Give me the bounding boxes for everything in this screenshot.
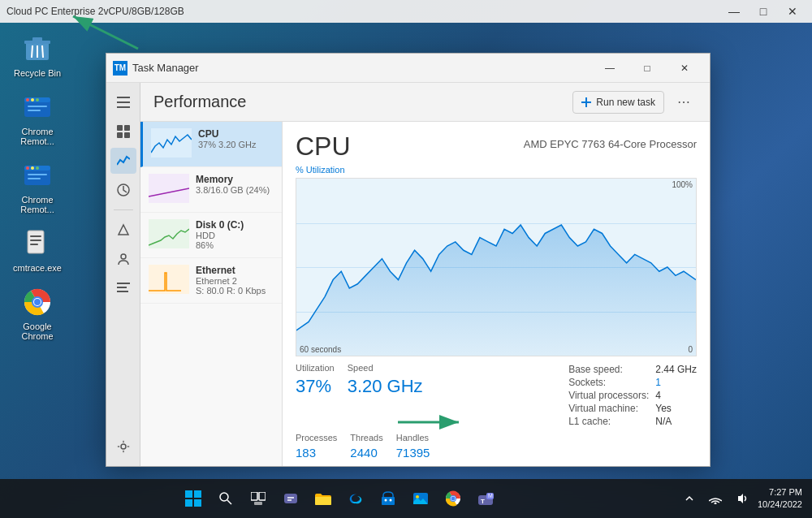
chevron-up-icon [685,494,693,503]
svg-rect-13 [28,106,47,107]
desktop-icon-chrome2[interactable]: Chrome Remot... [8,156,67,218]
folder-icon [315,492,331,505]
desktop-icon-chrome1[interactable]: Chrome Remot... [8,88,67,149]
chrome-remote1-label: Chrome Remot... [11,127,63,146]
desktop-icon-chrome[interactable]: Google Chrome [8,283,67,344]
show-hidden-icons[interactable] [680,489,699,508]
run-new-task-btn[interactable]: Run new task [572,91,664,114]
sidebar-icon-apphistory[interactable] [110,177,136,203]
tm-title-text: Task Manager [132,62,199,74]
edge-button[interactable] [341,484,370,513]
svg-rect-40 [117,283,130,284]
sidebar-icon-users[interactable] [110,246,136,272]
chrome-remote2-label: Chrome Remot... [11,195,63,214]
resource-list: CPU 37% 3.20 GHz Memory [140,122,283,466]
outer-window-controls: — □ ✕ [721,3,806,19]
base-speed-value: 2.44 GHz [655,363,697,376]
recycle-bin-icon [21,32,54,65]
photos-button[interactable] [406,484,435,513]
outer-close-btn[interactable]: ✕ [780,3,806,19]
resource-item-disk[interactable]: Disk 0 (C:) HDD 86% [140,213,282,258]
vm-value: Yes [655,402,697,415]
processes-label: Processes [296,433,337,442]
desktop-icons-container: Recycle Bin Chrome Remot... [8,29,67,344]
cpu-resource-sub: 37% 3.20 GHz [198,140,274,149]
vm-row: Virtual machine: Yes [568,402,697,415]
cpu-detail-panel: CPU AMD EPYC 7763 64-Core Processor % Ut… [283,122,710,466]
sidebar-icon-settings[interactable] [110,434,136,460]
chat-button[interactable] [276,484,305,513]
network-icon-btn[interactable] [706,489,725,508]
tm-close-btn[interactable]: ✕ [666,54,703,83]
svg-point-17 [26,166,29,170]
tm-maximize-btn[interactable]: □ [628,54,666,83]
grid-line-50 [296,267,696,268]
svg-point-73 [714,503,716,505]
volume-icon-btn[interactable] [732,489,751,508]
svg-rect-4 [32,37,42,41]
svg-rect-45 [585,97,587,107]
tm-window-controls: — □ ✕ [591,54,703,83]
system-clock[interactable]: 7:27 PM 10/24/2022 [758,486,802,512]
speed-stat-value: 3.20 GHz [348,376,423,397]
chrome-taskbar-button[interactable] [438,484,468,513]
outer-title-bar: Cloud PC Enterprise 2vCPU/8GB/128GB — □ … [0,0,812,23]
chrome-taskbar-icon [445,490,461,507]
sidebar-icon-processes[interactable] [110,119,136,145]
disk-mini-chart [149,219,189,248]
svg-rect-57 [254,502,262,505]
svg-point-68 [451,497,456,501]
header-actions: Run new task ⋯ [572,91,697,114]
disk-resource-line2: 86% [196,240,274,250]
search-button[interactable] [211,484,240,513]
disk-resource-name: Disk 0 (C:) [196,219,274,231]
cpu-detail-title: CPU [296,132,351,162]
volume-icon [735,493,748,504]
outer-maximize-btn[interactable]: □ [750,3,776,19]
sidebar-icon-startup[interactable] [110,217,136,243]
photos-icon [412,490,429,507]
taskview-button[interactable] [244,484,273,513]
more-options-btn[interactable]: ⋯ [671,91,697,113]
threads-value: 2440 [350,446,382,460]
tm-minimize-btn[interactable]: — [591,54,628,83]
svg-marker-46 [296,225,696,356]
utilization-stat-value: 37% [296,376,335,397]
tm-sidebar [106,83,140,466]
start-button[interactable] [179,484,208,513]
svg-rect-35 [124,125,130,131]
sidebar-icon-details[interactable] [110,275,136,301]
svg-rect-58 [284,494,297,503]
sidebar-icon-menu[interactable] [110,89,136,115]
resource-item-ethernet[interactable]: Ethernet Ethernet 2 S: 80.0 R: 0 Kbps [140,258,282,304]
resource-item-cpu[interactable]: CPU 37% 3.20 GHz [140,122,282,167]
vm-label: Virtual machine: [568,402,655,415]
resource-item-memory[interactable]: Memory 3.8/16.0 GB (24%) [140,167,282,213]
svg-line-54 [227,500,231,504]
desktop-icon-cmtrace[interactable]: cmtrace.exe [8,224,67,276]
chart-label-100: 100% [672,180,693,189]
cpu-processor-name: AMD EPYC 7763 64-Core Processor [524,138,697,150]
cpu-resource-name: CPU [198,128,274,140]
vp-row: Virtual processors: 4 [568,389,697,402]
explorer-button[interactable] [309,484,338,513]
performance-title: Performance [153,93,572,111]
sidebar-icon-performance[interactable] [110,148,136,174]
run-task-icon [581,97,591,107]
utilization-stat-label: Utilization [296,363,335,373]
store-button[interactable] [374,484,403,513]
tm-content-area: CPU 37% 3.20 GHz Memory [140,122,710,466]
svg-point-53 [220,493,228,501]
outer-minimize-btn[interactable]: — [721,3,747,19]
chart-label-60s: 60 seconds [300,345,341,354]
task-manager-window: TM Task Manager — □ ✕ [106,53,710,467]
teams-button[interactable]: T M [471,484,500,513]
handles-col: Handles 71395 [396,433,430,460]
taskbar-icons: T M [0,484,680,513]
svg-point-18 [31,166,34,170]
desktop-icon-recycle[interactable]: Recycle Bin [8,29,67,81]
proc-stats-row: Processes 183 Threads 2440 Handles 71395 [296,433,697,460]
l1-row: L1 cache: N/A [568,415,697,428]
svg-rect-20 [28,174,47,175]
threads-label: Threads [350,433,382,442]
